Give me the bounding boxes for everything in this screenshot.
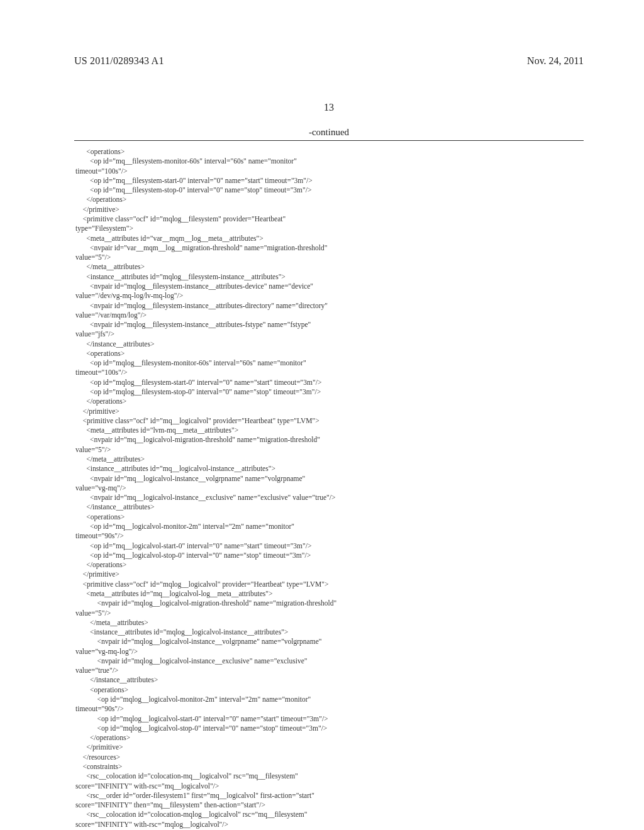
page-number: 13 xyxy=(74,102,584,113)
publication-date: Nov. 24, 2011 xyxy=(527,55,584,67)
continued-label: -continued xyxy=(74,127,584,138)
publication-number: US 2011/0289343 A1 xyxy=(74,55,164,67)
patent-page: US 2011/0289343 A1 Nov. 24, 2011 13 -con… xyxy=(0,0,644,830)
code-listing: <operations> <op id="mq__filesystem-moni… xyxy=(74,146,584,830)
page-header: US 2011/0289343 A1 Nov. 24, 2011 xyxy=(74,55,584,67)
code-block-rule-top xyxy=(74,140,584,141)
